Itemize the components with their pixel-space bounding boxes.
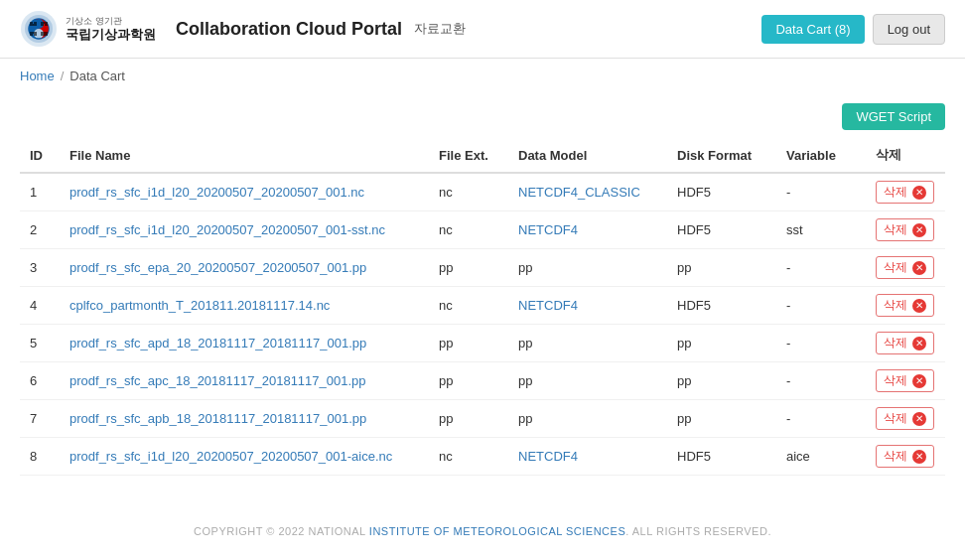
table-row: 3prodf_rs_sfc_epa_20_20200507_20200507_0… [20,249,945,287]
delete-x-icon: ✕ [912,450,926,464]
wget-script-button[interactable]: WGET Script [842,103,945,130]
cell-ext: nc [429,173,508,211]
cell-delete: 삭제✕ [866,325,945,362]
cell-ext: nc [429,287,508,325]
cell-filename: cplfco_partmonth_T_201811.20181117.14.nc [60,287,429,325]
cell-diskformat: HDF5 [667,438,776,476]
cell-id: 7 [20,400,60,438]
cell-id: 8 [20,438,60,476]
cell-filename: prodf_rs_sfc_apd_18_20181117_20181117_00… [60,325,429,362]
delete-x-icon: ✕ [912,412,926,426]
delete-button[interactable]: 삭제✕ [876,407,934,430]
breadcrumb-home[interactable]: Home [20,69,55,83]
breadcrumb-current: Data Cart [69,69,125,83]
cell-filename: prodf_rs_sfc_i1d_l20_20200507_20200507_0… [60,438,429,476]
cell-diskformat: HDF5 [667,211,776,249]
delete-button[interactable]: 삭제✕ [876,369,934,392]
cell-datamodel: pp [508,400,667,438]
delete-x-icon: ✕ [912,374,926,388]
delete-button[interactable]: 삭제✕ [876,218,934,241]
logout-button[interactable]: Log out [873,14,945,45]
cell-ext: nc [429,211,508,249]
header: 기상소 영기관 국립기상과학원 Collaboration Cloud Port… [0,0,965,59]
logo-sub-text: 기상소 영기관 [66,16,156,27]
cell-variable: sst [776,211,866,249]
table-row: 4cplfco_partmonth_T_201811.20181117.14.n… [20,287,945,325]
delete-button[interactable]: 삭제✕ [876,294,934,317]
file-link[interactable]: prodf_rs_sfc_i1d_l20_20200507_20200507_0… [69,449,392,464]
cell-filename: prodf_rs_sfc_apb_18_20181117_20181117_00… [60,400,429,438]
col-header-diskformat: Disk Format [667,138,776,173]
cell-ext: pp [429,400,508,438]
cell-datamodel: NETCDF4 [508,211,667,249]
cell-datamodel: pp [508,325,667,362]
cell-variable: - [776,400,866,438]
col-header-delete: 삭제 [866,138,945,173]
col-header-ext: File Ext. [429,138,508,173]
datamodel-link[interactable]: NETCDF4_CLASSIC [518,185,640,200]
delete-button[interactable]: 삭제✕ [876,332,934,354]
cell-delete: 삭제✕ [866,173,945,211]
delete-x-icon: ✕ [912,186,926,200]
table-row: 8prodf_rs_sfc_i1d_l20_20200507_20200507_… [20,438,945,476]
file-link[interactable]: prodf_rs_sfc_apc_18_20181117_20181117_00… [69,373,366,388]
delete-button[interactable]: 삭제✕ [876,256,934,279]
cell-filename: prodf_rs_sfc_i1d_l20_20200507_20200507_0… [60,211,429,249]
cell-ext: nc [429,438,508,476]
datamodel-link[interactable]: NETCDF4 [518,222,578,237]
data-cart-button[interactable]: Data Cart (8) [761,15,864,44]
cell-filename: prodf_rs_sfc_apc_18_20181117_20181117_00… [60,362,429,400]
datamodel-link[interactable]: NETCDF4 [518,449,578,464]
cell-id: 6 [20,362,60,400]
delete-x-icon: ✕ [912,337,926,350]
cell-id: 3 [20,249,60,287]
footer: COPYRIGHT © 2022 NATIONAL INSTITUTE OF M… [0,495,965,557]
file-link[interactable]: prodf_rs_sfc_apd_18_20181117_20181117_00… [69,336,366,350]
cell-variable: - [776,287,866,325]
cell-filename: prodf_rs_sfc_i1d_l20_20200507_20200507_0… [60,173,429,211]
table-header-row: ID File Name File Ext. Data Model Disk F… [20,138,945,173]
header-title: Collaboration Cloud Portal [176,19,402,40]
breadcrumb-separator: / [61,69,65,83]
breadcrumb: Home / Data Cart [0,59,965,93]
cell-delete: 삭제✕ [866,438,945,476]
cell-delete: 삭제✕ [866,287,945,325]
cell-delete: 삭제✕ [866,400,945,438]
cell-variable: - [776,249,866,287]
cell-id: 5 [20,325,60,362]
cell-id: 2 [20,211,60,249]
datamodel-link[interactable]: NETCDF4 [518,298,578,313]
cell-ext: pp [429,249,508,287]
delete-x-icon: ✕ [912,261,926,275]
col-header-id: ID [20,138,60,173]
delete-x-icon: ✕ [912,223,926,237]
file-link[interactable]: prodf_rs_sfc_apb_18_20181117_20181117_00… [69,411,366,426]
cell-datamodel: pp [508,362,667,400]
top-right-actions: WGET Script [20,103,945,130]
data-table: ID File Name File Ext. Data Model Disk F… [20,138,945,476]
cell-delete: 삭제✕ [866,362,945,400]
cell-datamodel: NETCDF4 [508,287,667,325]
cell-variable: - [776,173,866,211]
col-header-datamodel: Data Model [508,138,667,173]
cell-variable: - [776,325,866,362]
main-content: WGET Script ID File Name File Ext. Data … [0,93,965,495]
cell-diskformat: HDF5 [667,173,776,211]
cell-delete: 삭제✕ [866,249,945,287]
delete-button[interactable]: 삭제✕ [876,181,934,204]
file-link[interactable]: prodf_rs_sfc_epa_20_20200507_20200507_00… [69,260,366,275]
footer-highlight: INSTITUTE OF METEOROLOGICAL SCIENCES [369,525,625,537]
cell-diskformat: HDF5 [667,287,776,325]
file-link[interactable]: cplfco_partmonth_T_201811.20181117.14.nc [69,298,330,313]
logo-text: 기상소 영기관 국립기상과학원 [66,16,156,42]
file-link[interactable]: prodf_rs_sfc_i1d_l20_20200507_20200507_0… [69,185,364,200]
table-row: 7prodf_rs_sfc_apb_18_20181117_20181117_0… [20,400,945,438]
cell-id: 4 [20,287,60,325]
delete-button[interactable]: 삭제✕ [876,445,934,468]
cell-diskformat: pp [667,325,776,362]
file-link[interactable]: prodf_rs_sfc_i1d_l20_20200507_20200507_0… [69,222,385,237]
col-header-filename: File Name [60,138,429,173]
delete-x-icon: ✕ [912,299,926,313]
cell-diskformat: pp [667,362,776,400]
header-subtitle: 자료교환 [414,20,466,38]
